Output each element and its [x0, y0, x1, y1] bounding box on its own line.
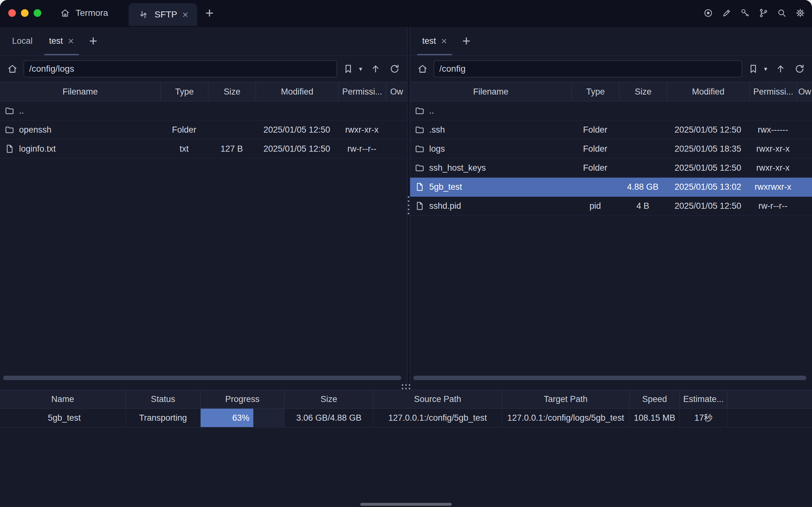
- bookmark-button[interactable]: [745, 61, 761, 77]
- close-window-button[interactable]: [8, 9, 16, 17]
- search-button[interactable]: [776, 7, 788, 19]
- close-icon[interactable]: ×: [441, 36, 447, 46]
- column-header-source-path[interactable]: Source Path: [373, 390, 501, 409]
- transfer-table-header: Name Status Progress Size Source Path Ta…: [0, 390, 812, 409]
- pane-tab[interactable]: test ×: [41, 26, 82, 55]
- file-owner: [797, 197, 812, 216]
- column-header-type[interactable]: Type: [572, 82, 619, 102]
- chevron-down-icon[interactable]: ▾: [762, 65, 769, 73]
- column-header-size[interactable]: Size: [208, 82, 256, 102]
- refresh-button[interactable]: [792, 61, 808, 77]
- settings-button[interactable]: [794, 7, 806, 19]
- file-row[interactable]: .ssh Folder 2025/01/05 12:50 rwx------: [410, 121, 812, 139]
- transfer-speed: 108.15 MB: [629, 409, 679, 428]
- key-button[interactable]: [739, 7, 751, 19]
- file-type: [572, 178, 619, 197]
- bookmark-button[interactable]: [340, 61, 356, 77]
- bottom-scrollbar-thumb[interactable]: [360, 503, 452, 506]
- column-header-speed[interactable]: Speed: [629, 390, 679, 409]
- file-row[interactable]: sshd.pid pid 4 B 2025/01/05 12:50 rw-r--…: [410, 197, 812, 216]
- arrow-up-icon: [370, 63, 381, 74]
- file-permissions: rw-r--r--: [749, 197, 797, 216]
- file-modified: 2025/01/05 13:02: [667, 178, 749, 197]
- file-modified: 2025/01/05 18:35: [667, 139, 749, 159]
- add-pane-tab-button[interactable]: +: [455, 26, 477, 55]
- progress-fill: 63%: [201, 409, 253, 427]
- pane-tab[interactable]: Local: [4, 26, 41, 55]
- add-tab-button[interactable]: +: [197, 0, 222, 26]
- tab-sftp[interactable]: SFTP ×: [128, 3, 197, 26]
- transfer-estimate: 17秒: [679, 409, 727, 428]
- file-row[interactable]: ..: [0, 102, 407, 121]
- branch-button[interactable]: [757, 7, 769, 19]
- file-size: 4 B: [619, 197, 667, 216]
- tab-termora[interactable]: Termora: [50, 0, 118, 26]
- column-header-progress[interactable]: Progress: [200, 390, 284, 409]
- file-type: Folder: [572, 139, 619, 159]
- file-type: pid: [572, 197, 619, 216]
- transfer-table: Name Status Progress Size Source Path Ta…: [0, 390, 812, 428]
- column-header-modified[interactable]: Modified: [667, 82, 749, 102]
- file-permissions: rwxrwxr-x: [749, 178, 797, 197]
- right-file-table: Filename Type Size Modified Permissi... …: [410, 82, 812, 216]
- file-type: [572, 102, 619, 121]
- file-row[interactable]: logs Folder 2025/01/05 18:35 rwxr-xr-x: [410, 139, 812, 159]
- file-row[interactable]: loginfo.txt txt 127 B 2025/01/05 12:50 r…: [0, 139, 407, 159]
- transfer-row[interactable]: 5gb_test Transporting 63% 3.06 GB/4.88 G…: [0, 409, 812, 428]
- right-pane: test × + ▾: [410, 26, 812, 384]
- column-header-type[interactable]: Type: [160, 82, 208, 102]
- transfer-source-path: 127.0.0.1:/config/5gb_test: [373, 409, 501, 428]
- close-icon[interactable]: ×: [182, 9, 188, 20]
- home-button[interactable]: [4, 61, 20, 77]
- horizontal-scrollbar-thumb[interactable]: [413, 376, 806, 380]
- column-header-estimate[interactable]: Estimate...: [679, 390, 727, 409]
- column-header-owner[interactable]: Ow: [797, 82, 812, 102]
- close-icon[interactable]: ×: [68, 36, 74, 46]
- record-button[interactable]: [702, 7, 714, 19]
- home-icon: [7, 63, 18, 74]
- refresh-button[interactable]: [387, 61, 402, 77]
- pane-tab-label: test: [422, 36, 436, 46]
- path-input[interactable]: [434, 60, 742, 77]
- file-name: ..: [429, 106, 434, 116]
- chevron-down-icon[interactable]: ▾: [357, 65, 365, 73]
- arrow-up-icon: [775, 63, 786, 74]
- horizontal-splitter[interactable]: [0, 384, 812, 390]
- file-size: [619, 159, 667, 178]
- progress-label: 63%: [232, 413, 250, 423]
- column-header-permissions[interactable]: Permissi...: [338, 82, 386, 102]
- column-header-permissions[interactable]: Permissi...: [749, 82, 797, 102]
- column-header-owner[interactable]: Ow: [386, 82, 407, 102]
- file-modified: 2025/01/05 12:50: [256, 139, 338, 159]
- parent-directory-button[interactable]: [773, 61, 789, 77]
- file-row[interactable]: openssh Folder 2025/01/05 12:50 rwxr-xr-…: [0, 121, 407, 139]
- file-row[interactable]: 5gb_test 4.88 GB 2025/01/05 13:02 rwxrwx…: [410, 178, 812, 197]
- vertical-splitter[interactable]: [407, 26, 410, 384]
- add-pane-tab-button[interactable]: +: [82, 26, 104, 55]
- zoom-window-button[interactable]: [34, 9, 41, 17]
- parent-directory-button[interactable]: [368, 61, 383, 77]
- home-button[interactable]: [415, 61, 430, 77]
- file-modified: 2025/01/05 12:50: [667, 197, 749, 216]
- column-header-target-path[interactable]: Target Path: [501, 390, 629, 409]
- edit-button[interactable]: [720, 7, 733, 19]
- path-input[interactable]: [23, 60, 337, 77]
- pane-tab[interactable]: test ×: [414, 26, 455, 55]
- file-row[interactable]: ..: [410, 102, 812, 121]
- file-row[interactable]: ssh_host_keys Folder 2025/01/05 12:50 rw…: [410, 159, 812, 178]
- minimize-window-button[interactable]: [21, 9, 29, 17]
- column-header-modified[interactable]: Modified: [256, 82, 338, 102]
- column-header-status[interactable]: Status: [125, 390, 200, 409]
- column-header-filename[interactable]: Filename: [410, 82, 572, 102]
- column-header-size[interactable]: Size: [284, 390, 373, 409]
- column-header-filename[interactable]: Filename: [0, 82, 160, 102]
- file-owner: [386, 139, 407, 159]
- column-header-size[interactable]: Size: [619, 82, 667, 102]
- horizontal-scrollbar-thumb[interactable]: [3, 376, 401, 380]
- folder-icon: [415, 163, 425, 173]
- file-size: 4.88 GB: [619, 178, 667, 197]
- drag-handle-icon: [402, 384, 411, 389]
- transfer-size: 3.06 GB/4.88 GB: [284, 409, 373, 428]
- column-header-name[interactable]: Name: [0, 390, 125, 409]
- file-owner: [386, 102, 407, 121]
